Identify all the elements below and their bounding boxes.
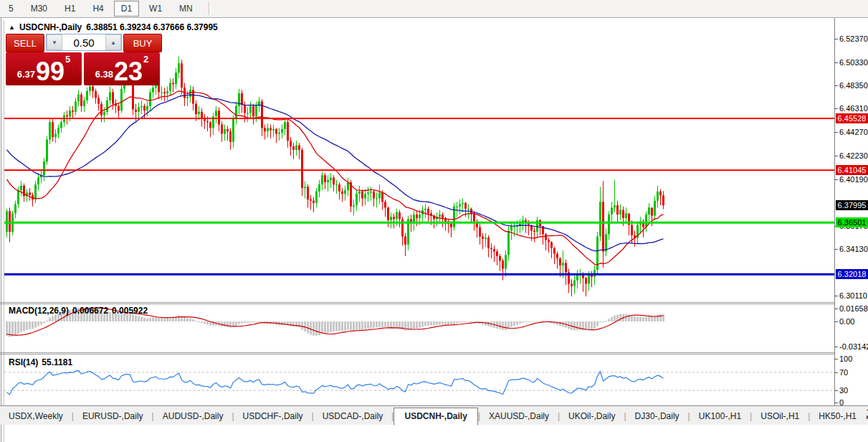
rsi-value: 55.1181 bbox=[42, 357, 72, 367]
price-tick: 6.34130 bbox=[839, 245, 868, 253]
tab-xauusd-daily[interactable]: XAUUSD-,Daily bbox=[480, 408, 558, 425]
timeframe-button-m30[interactable]: M30 bbox=[24, 1, 54, 17]
timeframe-button-h4[interactable]: H4 bbox=[85, 1, 110, 17]
buy-price-sup: 2 bbox=[143, 54, 148, 65]
tab-uk100-h1[interactable]: UK100-,H1 bbox=[690, 408, 750, 425]
volume-decrease-button[interactable]: ▼ bbox=[47, 34, 62, 50]
price-badge-6.32018: 6.32018 bbox=[836, 269, 868, 279]
sell-price-tile[interactable]: 6.37 99 5 bbox=[6, 52, 82, 85]
rsi-indicator-label: RSI(14) 55.1181 bbox=[9, 357, 72, 367]
timeframe-button-w1[interactable]: W1 bbox=[142, 1, 169, 17]
sell-price-sup: 5 bbox=[65, 54, 70, 65]
price-badge-6.36501: 6.36501 bbox=[836, 217, 868, 227]
tab-usdcad-daily[interactable]: USDCAD-,Daily bbox=[314, 408, 392, 425]
volume-increase-button[interactable]: ▲ bbox=[105, 34, 121, 50]
tab-usdchf-daily[interactable]: USDCHF-,Daily bbox=[234, 408, 312, 425]
panel-separator[interactable] bbox=[0, 352, 834, 353]
rsi-axis-30: 30 bbox=[839, 386, 848, 395]
one-click-trade-panel: SELL ▼ ▲ BUY 6.37 99 5 bbox=[6, 34, 162, 85]
macd-axis-max: 0.016586 bbox=[839, 304, 868, 313]
rsi-axis-100: 100 bbox=[839, 354, 852, 363]
chart-header: ▲ USDCNH-,Daily 6.38851 6.39234 6.37666 … bbox=[9, 22, 218, 32]
macd-axis-zero: 0.00 bbox=[839, 317, 854, 326]
tab-usoil-h1[interactable]: USOil-,H1 bbox=[752, 408, 808, 425]
chevron-down-icon: ▼ bbox=[52, 39, 57, 46]
buy-price-tile[interactable]: 6.38 23 2 bbox=[84, 52, 160, 85]
price-tick: 6.50330 bbox=[839, 58, 868, 67]
price-badge-6.45528: 6.45528 bbox=[836, 113, 868, 123]
toolbar-separator bbox=[209, 2, 211, 15]
buy-price-prefix: 6.38 bbox=[95, 69, 113, 80]
panel-separator[interactable] bbox=[0, 302, 834, 303]
volume-control: ▼ ▲ bbox=[46, 34, 122, 51]
volume-input[interactable] bbox=[62, 34, 105, 50]
chart-title: USDCNH-,Daily bbox=[19, 22, 82, 32]
macd-axis-min: -0.031421 bbox=[839, 342, 868, 351]
tab-usdx-weekly[interactable]: USDX,Weekly bbox=[0, 408, 72, 425]
tab-eurusd-daily[interactable]: EURUSD-,Daily bbox=[74, 408, 152, 425]
timeframe-button-d1[interactable]: D1 bbox=[114, 1, 139, 17]
price-axis[interactable]: 6.523706.503306.483506.463106.442706.422… bbox=[835, 18, 868, 442]
timeframe-toolbar: 5M30H1H4D1W1MN bbox=[0, 0, 868, 18]
panel-separator bbox=[0, 304, 834, 304]
price-tick: 6.30110 bbox=[839, 291, 867, 300]
buy-button[interactable]: BUY bbox=[123, 34, 162, 52]
tab-hk50-h1[interactable]: HK50-,H1 bbox=[810, 408, 865, 425]
price-tick: 6.48350 bbox=[839, 81, 868, 90]
chart-ohlc-values: 6.38851 6.39234 6.37666 6.37995 bbox=[86, 22, 218, 32]
timeframe-button-5[interactable]: 5 bbox=[1, 1, 21, 17]
collapse-panel-icon[interactable]: ▲ bbox=[9, 24, 15, 31]
price-tick: 6.40190 bbox=[839, 175, 868, 184]
timeframe-button-h1[interactable]: H1 bbox=[57, 1, 82, 17]
price-badge-6.37995: 6.37995 bbox=[836, 200, 868, 210]
price-tick: 6.52370 bbox=[839, 34, 868, 43]
rsi-label: RSI(14) bbox=[9, 357, 38, 367]
buy-price-big: 23 bbox=[114, 60, 143, 84]
sell-price-big: 99 bbox=[36, 60, 65, 84]
tab-usdcnh-daily[interactable]: USDCNH-,Daily bbox=[394, 408, 477, 425]
price-tick: 6.42230 bbox=[839, 151, 868, 160]
price-tick: 6.46310 bbox=[839, 104, 868, 113]
timeframe-button-mn[interactable]: MN bbox=[172, 1, 200, 17]
tab-dj30-daily[interactable]: DJ30-,Daily bbox=[626, 408, 688, 425]
tab-ukoil-daily[interactable]: UKOil-,Daily bbox=[560, 408, 624, 425]
macd-indicator-label: MACD(12,26,9) 0.006672 0.005922 bbox=[9, 306, 148, 316]
chevron-up-icon: ▲ bbox=[110, 39, 116, 46]
price-tick: 6.44270 bbox=[839, 128, 868, 136]
tab-scroll-arrows[interactable]: ◄ ► bbox=[865, 406, 868, 425]
sell-button[interactable]: SELL bbox=[6, 34, 44, 52]
macd-label: MACD(12,26,9) bbox=[9, 306, 69, 316]
mt4-window: 5M30H1H4D1W1MN ▲ USDCNH-,Daily 6.38851 6… bbox=[0, 0, 868, 442]
symbol-tab-bar: USDX,Weekly|EURUSD-,Daily|AUDUSD-,Daily|… bbox=[0, 405, 868, 425]
chart-window: ▲ USDCNH-,Daily 6.38851 6.39234 6.37666 … bbox=[0, 18, 868, 442]
price-badge-6.41045: 6.41045 bbox=[836, 165, 868, 175]
panel-separator bbox=[0, 354, 834, 354]
macd-value-main: 0.006672 bbox=[72, 306, 108, 316]
tab-audusd-daily[interactable]: AUDUSD-,Daily bbox=[154, 408, 232, 425]
rsi-axis-70: 70 bbox=[839, 368, 848, 377]
macd-value-signal: 0.005922 bbox=[112, 306, 148, 316]
sell-price-prefix: 6.37 bbox=[17, 69, 35, 80]
